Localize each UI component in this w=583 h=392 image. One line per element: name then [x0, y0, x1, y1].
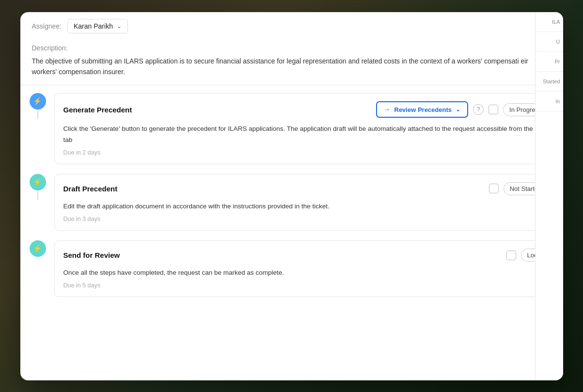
right-panel: ILA U Pr Started In: [535, 12, 563, 380]
steps-list: ⚡ Generate Precedent → Review Precedents…: [20, 85, 563, 314]
step-card-3: Send for Review Locked Once all the step…: [54, 240, 563, 297]
right-label-5: In: [536, 92, 563, 111]
caret-down-icon: ⌄: [456, 106, 460, 113]
card-top-row-1: Generate Precedent → Review Precedents ⌄…: [63, 101, 554, 118]
right-label-3: Pr: [536, 52, 563, 72]
step-card-2: Draft Precedent Not Started Edit the dra…: [54, 174, 563, 231]
assignee-row: Assignee: Karan Parikh ⌄: [32, 19, 551, 33]
step-due-1: Due in 2 days: [63, 149, 554, 156]
step-left-1: ⚡: [28, 93, 47, 119]
step-row-2: ⚡ Draft Precedent Not Started: [28, 174, 563, 231]
step-due-2: Due in 3 days: [63, 216, 554, 222]
review-btn-label: Review Precedents: [394, 106, 452, 113]
step-connector-1: [37, 110, 38, 119]
step-card-1: Generate Precedent → Review Precedents ⌄…: [54, 93, 563, 164]
assignee-value: Karan Parikh: [74, 22, 113, 30]
step-connector-2: [37, 190, 38, 200]
step-title-2: Draft Precedent: [63, 185, 118, 193]
step-description-2: Edit the draft application document in a…: [63, 201, 554, 212]
modal-container: Assignee: Karan Parikh ⌄ Description: Th…: [20, 12, 563, 380]
step-left-2: ⚡: [28, 174, 47, 200]
step-description-1: Click the 'Generate' button to generate …: [63, 124, 554, 145]
description-section: Description: The objective of submitting…: [20, 41, 563, 85]
checkbox-1[interactable]: [488, 105, 498, 114]
step-title-1: Generate Precedent: [63, 106, 132, 114]
step-row: ⚡ Generate Precedent → Review Precedents…: [28, 93, 563, 164]
checkbox-3[interactable]: [506, 251, 516, 260]
checkbox-2[interactable]: [489, 184, 499, 193]
assignee-section: Assignee: Karan Parikh ⌄: [20, 12, 563, 33]
step-due-3: Due in 5 days: [63, 282, 554, 289]
right-label-1: ILA: [536, 12, 563, 32]
assignee-label: Assignee:: [32, 22, 62, 30]
help-icon-1[interactable]: ?: [473, 104, 484, 115]
card-top-row-3: Send for Review Locked: [63, 249, 554, 262]
step-left-3: ⚡: [28, 240, 47, 257]
arrow-right-icon: →: [384, 106, 391, 113]
step-icon-2: ⚡: [30, 174, 46, 190]
chevron-down-icon: ⌄: [117, 23, 122, 30]
review-precedents-button[interactable]: → Review Precedents ⌄: [376, 101, 469, 118]
description-text: The objective of submitting an ILARS app…: [32, 56, 551, 78]
step-description-3: Once all the steps have completed, the r…: [63, 267, 554, 278]
right-label-started: Started: [536, 72, 563, 92]
assignee-dropdown[interactable]: Karan Parikh ⌄: [67, 19, 128, 33]
step-icon-3: ⚡: [30, 240, 46, 257]
description-label: Description:: [32, 44, 551, 52]
right-label-2: U: [536, 32, 563, 52]
card-right-1: → Review Precedents ⌄ ? In Progress: [376, 101, 554, 118]
full-layout: Assignee: Karan Parikh ⌄ Description: Th…: [20, 12, 563, 380]
card-top-row-2: Draft Precedent Not Started: [63, 182, 554, 195]
step-row-3: ⚡ Send for Review Locked Once all the st…: [28, 240, 563, 297]
step-icon-1: ⚡: [30, 93, 46, 110]
step-title-3: Send for Review: [63, 251, 120, 259]
